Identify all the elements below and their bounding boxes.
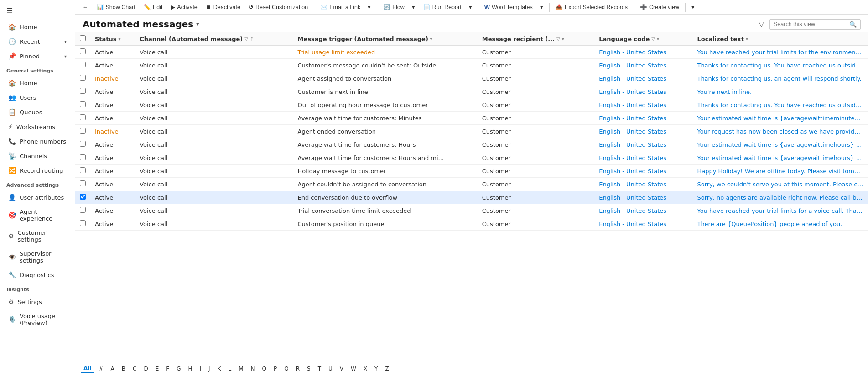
language-link[interactable]: English - United States	[599, 141, 666, 148]
pager-letter[interactable]: K	[215, 365, 224, 373]
pager-letter[interactable]: L	[225, 365, 234, 373]
language-link[interactable]: English - United States	[599, 128, 666, 135]
table-row[interactable]: Active Voice call Holiday message to cus…	[75, 165, 868, 178]
row-checkbox[interactable]	[80, 180, 86, 186]
sidebar-item-customer-settings[interactable]: ⚙️ Customer settings	[2, 226, 73, 246]
pager-letter[interactable]: M	[236, 365, 246, 373]
table-row[interactable]: Active Voice call Customer's position in…	[75, 217, 868, 231]
language-link[interactable]: English - United States	[599, 168, 666, 175]
run-report-chevron-button[interactable]: ▾	[465, 2, 476, 12]
trigger-column-header[interactable]: Message trigger (Automated message) ▾	[293, 32, 478, 46]
row-checkbox[interactable]	[80, 220, 86, 226]
reset-button[interactable]: ↺ Reset Customization	[245, 2, 312, 12]
language-link[interactable]: English - United States	[599, 102, 666, 108]
row-checkbox[interactable]	[80, 88, 86, 94]
pager-letter[interactable]: F	[163, 365, 172, 373]
sidebar-item-queues[interactable]: 📋 Queues	[2, 105, 73, 119]
pager-letter[interactable]: Y	[372, 365, 380, 373]
table-row[interactable]: Active Voice call Customer is next in li…	[75, 85, 868, 98]
pager-letter[interactable]: N	[248, 365, 258, 373]
word-templates-button[interactable]: W Word Templates	[481, 2, 536, 12]
table-row[interactable]: Active Voice call Trial usage limit exce…	[75, 46, 868, 59]
pager-letter[interactable]: B	[119, 365, 128, 373]
language-link[interactable]: English - United States	[599, 62, 666, 69]
pager-letter[interactable]: O	[260, 365, 269, 373]
sidebar-item-home[interactable]: 🏠 Home	[2, 20, 73, 34]
pager-letter[interactable]: S	[304, 365, 313, 373]
sidebar-item-workstreams[interactable]: ⚡ Workstreams	[2, 120, 73, 134]
page-title-chevron[interactable]: ▾	[196, 21, 199, 27]
search-icon[interactable]: 🔍	[849, 21, 857, 28]
sidebar-item-channels[interactable]: 📡 Channels	[2, 149, 73, 163]
status-column-header[interactable]: Status ▾	[90, 32, 135, 46]
pager-letter[interactable]: Z	[382, 365, 391, 373]
pager-letter[interactable]: V	[337, 365, 346, 373]
edit-button[interactable]: ✏️ Edit	[140, 2, 166, 12]
deactivate-button[interactable]: ⏹ Deactivate	[202, 2, 244, 12]
row-checkbox[interactable]	[80, 62, 86, 67]
email-link-button[interactable]: ✉️ Email a Link	[317, 2, 364, 12]
search-input[interactable]	[774, 21, 847, 27]
table-row[interactable]: Active Voice call Trial conversation tim…	[75, 204, 868, 217]
word-chevron-button[interactable]: ▾	[536, 2, 547, 12]
sidebar-item-users[interactable]: 👥 Users	[2, 91, 73, 104]
language-link[interactable]: English - United States	[599, 75, 666, 82]
language-link[interactable]: English - United States	[599, 221, 666, 227]
run-report-button[interactable]: 📄 Run Report	[420, 2, 465, 12]
pager-letter[interactable]: E	[153, 365, 162, 373]
pager-letter[interactable]: #	[96, 365, 106, 373]
language-link[interactable]: English - United States	[599, 155, 666, 161]
row-checkbox[interactable]	[80, 128, 86, 134]
sidebar-item-supervisor[interactable]: 👁️ Supervisor settings	[2, 247, 73, 267]
channel-column-header[interactable]: Channel (Automated message) ▽ ↑	[135, 32, 293, 46]
row-checkbox[interactable]	[80, 75, 86, 81]
pager-letter[interactable]: C	[130, 365, 139, 373]
back-button[interactable]: ←	[79, 2, 92, 12]
row-checkbox[interactable]	[80, 207, 86, 213]
sidebar-item-g-home[interactable]: 🏠 Home	[2, 76, 73, 90]
activate-button[interactable]: ▶ Activate	[167, 2, 201, 12]
email-chevron-button[interactable]: ▾	[364, 2, 374, 12]
sidebar-item-voice-usage[interactable]: 🎙️ Voice usage (Preview)	[2, 309, 73, 330]
language-link[interactable]: English - United States	[599, 88, 666, 95]
pager-letter[interactable]: G	[174, 365, 183, 373]
table-row[interactable]: Active Voice call Out of operating hour …	[75, 98, 868, 112]
sidebar-item-agent-exp[interactable]: 🎯 Agent experience	[2, 205, 73, 225]
table-row[interactable]: Active Voice call Customer's message cou…	[75, 59, 868, 72]
filter-icon[interactable]: ▽	[757, 18, 766, 30]
row-checkbox[interactable]	[80, 114, 86, 120]
table-row[interactable]: Active Voice call End conversation due t…	[75, 191, 868, 204]
sidebar-item-user-attr[interactable]: 👤 User attributes	[2, 191, 73, 204]
show-chart-button[interactable]: 📊 Show Chart	[93, 2, 139, 12]
language-link[interactable]: English - United States	[599, 115, 666, 122]
table-row[interactable]: Active Voice call Average wait time for …	[75, 138, 868, 151]
row-checkbox[interactable]	[80, 154, 86, 160]
pager-letter[interactable]: W	[348, 365, 359, 373]
pager-letter[interactable]: D	[141, 365, 151, 373]
language-link[interactable]: English - United States	[599, 181, 666, 188]
language-link[interactable]: English - United States	[599, 207, 666, 214]
table-row[interactable]: Inactive Voice call Agent assigned to co…	[75, 72, 868, 85]
create-view-button[interactable]: ➕ Create view	[636, 2, 683, 12]
row-checkbox[interactable]	[80, 101, 86, 107]
pager-letter[interactable]: A	[108, 365, 117, 373]
pager-letter[interactable]: T	[315, 365, 324, 373]
sidebar-item-pinned[interactable]: 📌 Pinned ▾	[2, 49, 73, 63]
table-row[interactable]: Active Voice call Average wait time for …	[75, 151, 868, 165]
language-column-header[interactable]: Language code ▽ ▾	[594, 32, 692, 46]
pager-letter[interactable]: P	[271, 365, 280, 373]
sidebar-item-i-settings[interactable]: ⚙️ Settings	[2, 295, 73, 309]
select-all-checkbox[interactable]	[80, 35, 86, 41]
flow-chevron-button[interactable]: ▾	[408, 2, 419, 12]
language-link[interactable]: English - United States	[599, 194, 666, 201]
sidebar-item-phone[interactable]: 📞 Phone numbers	[2, 134, 73, 148]
hamburger-button[interactable]: ☰	[0, 2, 75, 20]
sidebar-item-routing[interactable]: 🔀 Record routing	[2, 164, 73, 177]
row-checkbox[interactable]	[80, 141, 86, 147]
sidebar-item-diagnostics[interactable]: 🔧 Diagnostics	[2, 268, 73, 282]
row-checkbox[interactable]	[80, 167, 86, 173]
pager-letter[interactable]: R	[293, 365, 302, 373]
more-button[interactable]: ▾	[688, 2, 698, 12]
pager-letter[interactable]: J	[206, 365, 213, 373]
pager-letter[interactable]: Q	[281, 365, 291, 373]
